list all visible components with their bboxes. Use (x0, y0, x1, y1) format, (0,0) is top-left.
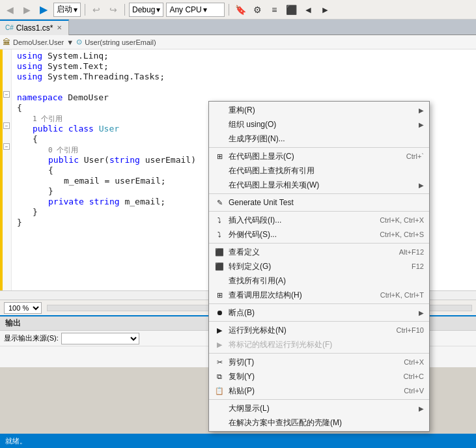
menu-arrow-organize-using: ▶ (419, 121, 424, 128)
menu-separator (209, 243, 429, 244)
settings-button[interactable]: ⚙ (250, 3, 264, 17)
menu-separator (209, 193, 429, 194)
menu-shortcut-browse-hierarchy: Ctrl+K, Ctrl+T (367, 291, 424, 299)
cpu-label: Any CPU (169, 5, 201, 14)
undo-button[interactable]: ↩ (89, 3, 104, 17)
menu-arrow-outlining: ▶ (419, 405, 424, 412)
menu-item-label-find-matching: 在解决方案中查找匹配的壳隆(M) (229, 417, 342, 428)
menu-item-label-cut: 剪切(T) (229, 357, 254, 368)
start-dropdown[interactable]: 启动 ▾ (53, 3, 81, 17)
hier-icon: ⊞ (214, 290, 225, 300)
menu-item-label-run-to-cursor: 运行到光标处(N) (229, 325, 287, 336)
menu-item-go-to-definition[interactable]: ⬛转到定义(G)F12 (209, 259, 429, 273)
collapse-btn-1[interactable]: − (3, 91, 10, 98)
dropdown-arrow-cpu: ▾ (203, 5, 207, 14)
debug-select[interactable]: Debug ▾ (129, 3, 163, 17)
run-icon: ▶ (214, 325, 225, 335)
breadcrumb-icon2: ⊙ (76, 38, 82, 46)
status-text: 就绪。 (5, 436, 27, 446)
breadcrumb-namespace[interactable]: DemoUser.User (13, 38, 64, 46)
menu-item-marked-run: ▶将标记的线程运行到光标处(F) (209, 337, 429, 352)
redo-button[interactable]: ↪ (106, 3, 120, 17)
collapse-btn-2[interactable]: − (3, 122, 10, 129)
menu-shortcut-run-to-cursor: Ctrl+F10 (384, 326, 425, 334)
menu-item-view-definition[interactable]: ⬛查看定义Alt+F12 (209, 245, 429, 259)
play-button[interactable]: ▶ (36, 3, 51, 17)
menu-item-insert-snippet[interactable]: ⤵插入代码段(I)...Ctrl+K, Ctrl+X (209, 213, 429, 227)
menu-item-find-refs-diagram[interactable]: 在代码图上查找所有引用 (209, 163, 429, 178)
menu-item-generate-sequence[interactable]: 生成序列图(N)... (209, 132, 429, 146)
forward-button[interactable]: ▶ (20, 3, 34, 17)
menu-item-run-to-cursor[interactable]: ▶运行到光标处(N)Ctrl+F10 (209, 323, 429, 337)
menu-item-browse-hierarchy[interactable]: ⊞查看调用层次结构(H)Ctrl+K, Ctrl+T (209, 288, 429, 302)
align-button[interactable]: ⬛ (284, 3, 298, 17)
menu-shortcut-copy: Ctrl+C (391, 372, 424, 380)
menu-item-show-in-diagram[interactable]: ⊞在代码图上显示(C)Ctrl+` (209, 149, 429, 163)
breadcrumb: 🏛 DemoUser.User ▼ ⊙ User(string userEmai… (0, 35, 476, 49)
menu-separator (209, 321, 429, 322)
menu-item-surround-with[interactable]: ⤵外侧代码(S)...Ctrl+K, Ctrl+S (209, 227, 429, 242)
def-icon: ⬛ (214, 247, 225, 257)
goto-icon: ⬛ (214, 261, 225, 272)
format-button[interactable]: ≡ (267, 3, 281, 17)
menu-item-find-matching[interactable]: 在解决方案中查找匹配的壳隆(M) (209, 415, 429, 430)
collapse-btn-3[interactable]: − (3, 143, 10, 150)
nav-next[interactable]: ► (318, 3, 332, 17)
menu-item-outlining[interactable]: 大纲显示(L)▶ (209, 401, 429, 415)
menu-item-breakpoint[interactable]: ⏺断点(B)▶ (209, 305, 429, 320)
menu-arrow-breakpoint: ▶ (419, 309, 424, 316)
menu-item-find-all-refs[interactable]: 查找所有引用(A) (209, 273, 429, 288)
menu-separator (209, 211, 429, 212)
tab-close-button[interactable]: ✕ (55, 24, 63, 31)
menu-item-label-view-definition: 查看定义 (229, 247, 260, 258)
debug-label: Debug (132, 5, 155, 14)
collapse-column: − − − (3, 49, 12, 290)
test-icon: ✎ (214, 197, 225, 208)
diagram-icon: ⊞ (214, 151, 225, 161)
menu-item-label-marked-run: 将标记的线程运行到光标处(F) (229, 339, 332, 350)
code-line-1: using System.Linq; (17, 51, 471, 61)
menu-separator (209, 303, 429, 304)
menu-item-cut[interactable]: ✂剪切(T)Ctrl+X (209, 355, 429, 369)
sep2 (124, 4, 125, 16)
output-source-select[interactable] (61, 333, 139, 344)
menu-arrow-refactor: ▶ (419, 107, 424, 114)
breadcrumb-sep: ▼ (66, 38, 74, 46)
sep1 (85, 4, 85, 16)
menu-item-label-surround-with: 外侧代码(S)... (229, 229, 277, 240)
copy-icon: ⧉ (214, 371, 225, 382)
menu-item-label-copy: 复制(Y) (229, 371, 255, 382)
menu-item-paste[interactable]: 📋粘贴(P)Ctrl+V (209, 384, 429, 398)
menu-item-organize-using[interactable]: 组织 using(O)▶ (209, 117, 429, 132)
cpu-select[interactable]: Any CPU ▾ (166, 3, 225, 17)
code-line-4 (17, 82, 471, 92)
snippet-icon: ⤵ (214, 215, 225, 225)
menu-shortcut-go-to-definition: F12 (399, 262, 424, 270)
menu-item-label-organize-using: 组织 using(O) (229, 119, 276, 130)
menu-item-label-generate-sequence: 生成序列图(N)... (229, 133, 285, 145)
tab-icon: C# (5, 24, 14, 31)
code-line-2: using System.Text; (17, 61, 471, 72)
bookmark-button[interactable]: 🔖 (233, 3, 247, 17)
breadcrumb-member[interactable]: User(string userEmail) (85, 38, 156, 46)
menu-shortcut-show-in-diagram: Ctrl+` (393, 152, 424, 160)
menu-item-label-breakpoint: 断点(B) (229, 307, 255, 318)
back-button[interactable]: ◀ (3, 3, 17, 17)
menu-item-label-insert-snippet: 插入代码段(I)... (229, 215, 281, 226)
menu-item-refactor[interactable]: 重构(R)▶ (209, 103, 429, 117)
menu-item-label-find-refs-diagram: 在代码图上查找所有引用 (229, 165, 315, 176)
dropdown-arrow-debug: ▾ (156, 5, 160, 14)
context-menu: 重构(R)▶组织 using(O)▶生成序列图(N)...⊞在代码图上显示(C)… (208, 101, 430, 432)
menu-item-label-show-related-diagram: 在代码图上显示相关项(W) (229, 180, 319, 191)
menu-item-label-outlining: 大纲显示(L) (229, 403, 270, 414)
bp-icon: ⏺ (214, 307, 225, 318)
nav-prev[interactable]: ◄ (301, 3, 315, 17)
tab-class1[interactable]: C# Class1.cs* ✕ (0, 20, 69, 35)
menu-separator (209, 353, 429, 354)
menu-item-show-related-diagram[interactable]: 在代码图上显示相关项(W)▶ (209, 178, 429, 192)
menu-item-generate-unit-test[interactable]: ✎Generate Unit Test (209, 195, 429, 210)
code-line-3: using System.Threading.Tasks; (17, 72, 471, 82)
menu-item-copy[interactable]: ⧉复制(Y)Ctrl+C (209, 369, 429, 384)
surround-icon: ⤵ (214, 229, 225, 240)
zoom-select[interactable]: 100 % (4, 302, 42, 314)
